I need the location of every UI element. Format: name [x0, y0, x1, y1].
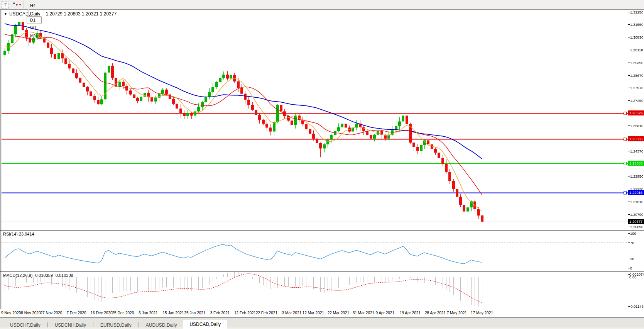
price-level-tag: 1.25065 [628, 136, 644, 141]
tab-divider [139, 322, 139, 328]
date-tick-label: 9 Apr 2021 [376, 311, 394, 315]
date-tick-label: 25 Jan 2021 [184, 311, 205, 315]
date-tick-label: 15 Jan 2021 [163, 311, 184, 315]
dropdown-caret-icon[interactable]: ▾ [19, 3, 21, 7]
date-tick-label: 17 May 2021 [471, 311, 493, 315]
date-tick-label: 9 Nov 2020 [1, 311, 21, 315]
date-tick-label: 7 Dec 2020 [66, 311, 86, 315]
price-tick-label: 1.20090 [630, 225, 643, 229]
timeframe-button-h4[interactable]: H4 [27, 2, 42, 9]
rsi-level-label: 0 [630, 266, 632, 270]
price-level-tag: 1.22016 [628, 190, 644, 195]
toolbar-separator [24, 1, 24, 8]
date-tick-label: 28 Apr 2021 [425, 311, 446, 315]
date-tick-label: 3 Mar 2021 [282, 311, 302, 315]
date-tick-label: 22 Mar 2021 [328, 311, 349, 315]
date-tick-label: 12 Mar 2021 [303, 311, 324, 315]
price-level-tag: 1.20377 [628, 219, 644, 224]
price-tick-label: 1.24370 [630, 149, 643, 153]
macd-level-label: -0.011463 [629, 304, 644, 309]
price-level-tag: 1.23683 [628, 161, 644, 166]
price-tick-label: 1.30830 [630, 35, 643, 39]
timeframe-button-mn[interactable]: MN [27, 32, 42, 39]
toolbar: T ▲ ▼ ▾ M1M5M15M30H1H4D1W1MN [0, 0, 644, 10]
chart-tab-usdcad[interactable]: USDCAD,Daily [183, 320, 227, 329]
date-tick-label: 22 Feb 2021 [256, 311, 277, 315]
rsi-level-label: 100 [630, 231, 636, 236]
date-tick-label: 3 Feb 2021 [210, 311, 230, 315]
date-axis[interactable]: 9 Nov 202018 Nov 202027 Nov 20207 Dec 20… [0, 309, 644, 317]
arrow-down-glyph: ▼ [15, 3, 19, 7]
rsi-level-label: 30 [630, 257, 634, 261]
price-tick-label: 1.32250 [630, 10, 643, 14]
text-tool-glyph: T [4, 2, 7, 8]
swap-arrows-icon[interactable]: ▲ ▼ [12, 1, 19, 8]
chart-title: ▼USDCAD,Daily1.20729 1.20803 1.20321 1.2… [4, 11, 117, 17]
toolbar-separator [28, 39, 29, 46]
toolbar-separator [28, 9, 29, 16]
price-axis[interactable]: 1.322501.315501.308301.301101.293901.286… [628, 10, 644, 309]
text-tool-icon[interactable]: T [2, 1, 9, 8]
price-tick-label: 1.25810 [630, 124, 643, 128]
chart-tabs-bar: USDCHF,DailyUSDCNH,DailyEURUSD,DailyAUDU… [0, 317, 644, 329]
date-tick-label: 27 Nov 2020 [41, 311, 63, 315]
rsi-indicator-label: RSI(14) 23.9414 [3, 232, 34, 236]
price-tick-label: 1.31550 [630, 22, 643, 27]
date-tick-label: 19 Apr 2021 [400, 311, 421, 315]
macd-indicator-label: MACD(12,26,9) -0.010359 -0.010308 [3, 273, 73, 278]
chart-canvas[interactable] [0, 0, 644, 329]
macd-level-label: 0.00 [629, 275, 637, 279]
tab-divider [47, 322, 48, 328]
tab-divider [93, 322, 93, 328]
price-tick-label: 1.29390 [630, 61, 643, 65]
price-tick-label: 1.30110 [630, 48, 643, 52]
date-tick-label: 12 Feb 2021 [234, 311, 256, 315]
date-tick-label: 6 Jan 2021 [139, 311, 158, 315]
timeframe-button-d1[interactable]: D1 [27, 16, 42, 24]
tabbar-filler [0, 327, 644, 329]
price-tick-label: 1.27970 [630, 86, 643, 90]
price-level-tag: 1.26529 [628, 110, 644, 115]
date-tick-label: 16 Dec 2020 [91, 311, 113, 315]
date-tick-label: 25 Dec 2020 [112, 311, 134, 315]
date-tick-label: 18 Nov 2020 [19, 311, 41, 315]
collapse-arrow-icon[interactable]: ▼ [4, 12, 7, 16]
price-tick-label: 1.28670 [630, 73, 643, 78]
price-tick-label: 1.22950 [630, 174, 643, 178]
price-tick-label: 1.20790 [630, 212, 643, 217]
rsi-level-label: 70 [630, 241, 634, 245]
price-tick-label: 1.21510 [630, 200, 643, 204]
date-tick-label: 7 May 2021 [447, 311, 467, 315]
timeframe-button-w1[interactable]: W1 [27, 24, 42, 32]
ohlc-values: 1.20729 1.20803 1.20321 1.20377 [46, 11, 117, 17]
timeframe-bar: M1M5M15M30H1H4D1W1MN [26, 0, 42, 46]
price-tick-label: 1.27250 [630, 98, 643, 103]
date-tick-label: 31 Mar 2021 [353, 311, 374, 315]
